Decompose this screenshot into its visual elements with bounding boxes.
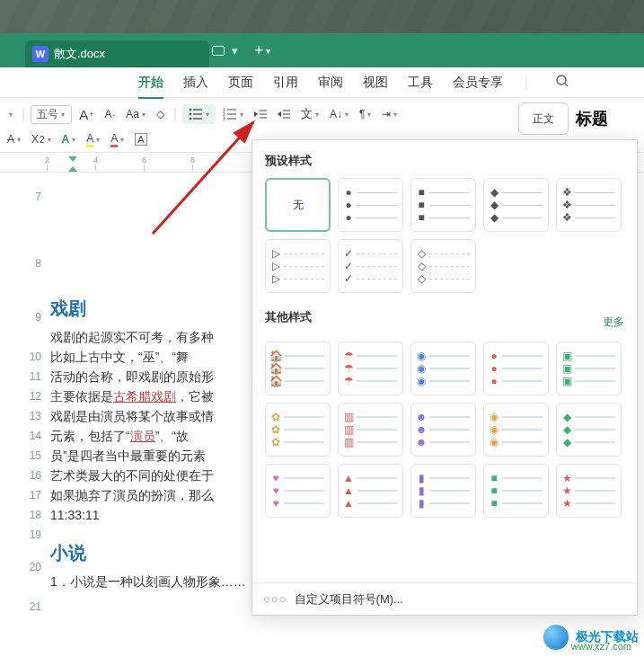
preset-section-title: 预设样式	[265, 153, 624, 169]
decrease-font-button[interactable]: A-	[101, 106, 119, 122]
word-icon: W	[32, 46, 49, 62]
menu-member[interactable]: 会员专享	[453, 75, 503, 91]
bullet-style-popup: 预设样式 无 ●●● ■■■ ◆◆◆ ❖❖❖ ▷▷▷ ✓✓✓ ◇◇◇ 其他样式 …	[251, 139, 638, 616]
text-direction-button[interactable]: 文▾	[297, 104, 322, 124]
colorful-bullet-7[interactable]: ☻☻☻	[410, 403, 476, 457]
colorful-bullet-11[interactable]: ▲▲▲	[338, 464, 403, 518]
svg-point-4	[190, 113, 192, 116]
text-effect-button[interactable]: A▾	[58, 131, 80, 147]
increase-indent-button[interactable]	[274, 107, 294, 121]
other-section-title: 其他样式	[265, 309, 312, 325]
menu-review[interactable]: 审阅	[318, 75, 343, 91]
globe-icon	[542, 623, 570, 652]
new-tab-dropdown-icon[interactable]: ▾	[266, 46, 270, 56]
colorful-bullet-14[interactable]: ★★★	[556, 464, 622, 518]
bullet-check[interactable]: ✓✓✓	[338, 239, 403, 293]
menu-page[interactable]: 页面	[228, 75, 253, 91]
colorful-bullet-0[interactable]: 🏠🏠🏠	[265, 342, 331, 395]
watermark: 极光下载站 www.xz7.com	[542, 623, 639, 652]
preset-grid: 无 ●●● ■■■ ◆◆◆ ❖❖❖ ▷▷▷ ✓✓✓ ◇◇◇	[265, 178, 624, 293]
menu-bar: 开始 插入 页面 引用 审阅 视图 工具 会员专享 |	[0, 67, 644, 98]
font-name-dropdown[interactable]: ▾	[4, 109, 16, 120]
indent-marker-top-icon[interactable]	[68, 156, 77, 162]
sort-button[interactable]: A↓▾	[326, 106, 352, 122]
colorful-bullet-1[interactable]: ☂☂☂	[338, 342, 403, 395]
bullet-circle[interactable]: ●●●	[338, 178, 403, 232]
colorful-grid: 🏠🏠🏠☂☂☂◉◉◉●●●▣▣▣✿✿✿▥▥▥☻☻☻◉◉◉◆◆◆♥♥♥▲▲▲▮▮▮■…	[265, 342, 624, 518]
colorful-bullet-9[interactable]: ◆◆◆	[556, 403, 622, 457]
new-tab-button[interactable]: +	[254, 41, 264, 60]
strike-button[interactable]: A▾	[4, 131, 24, 147]
svg-point-2	[190, 109, 192, 111]
decrease-indent-button[interactable]	[251, 107, 270, 121]
colorful-bullet-6[interactable]: ▥▥▥	[338, 403, 403, 457]
link-greek-drama[interactable]: 古希腊戏剧	[113, 389, 176, 404]
colorful-bullet-4[interactable]: ▣▣▣	[556, 342, 622, 395]
superscript-button[interactable]: X2▾	[28, 131, 55, 147]
projection-icon[interactable]	[212, 46, 225, 56]
style-normal[interactable]: 正文	[518, 102, 569, 135]
bullet-triangle[interactable]: ▷▷▷	[265, 239, 331, 293]
document-filename: 散文.docx	[54, 46, 105, 62]
menu-start[interactable]: 开始	[138, 75, 163, 91]
bullet-diamond[interactable]: ◆◆◆	[483, 178, 549, 232]
char-border-button[interactable]: A	[131, 131, 150, 147]
link-actor[interactable]: 演员	[130, 429, 155, 443]
svg-text:3: 3	[223, 116, 225, 120]
colorful-bullet-3[interactable]: ●●●	[483, 342, 549, 395]
font-color-button[interactable]: A▾	[107, 130, 128, 149]
svg-point-6	[190, 118, 192, 120]
custom-bullet-label: 自定义项目符号(M)...	[295, 591, 403, 608]
menu-view[interactable]: 视图	[363, 75, 388, 91]
colorful-bullet-8[interactable]: ◉◉◉	[483, 403, 549, 457]
colorful-bullet-13[interactable]: ■■■	[483, 464, 549, 518]
tabs-button[interactable]: ⇥▾	[378, 106, 401, 122]
line-number-gutter: 7 8 9 10 11 12 13 14 15 16 17 18 19 20 2…	[0, 173, 50, 617]
bullet-list-button[interactable]: ▾	[182, 104, 216, 124]
font-size-dropdown[interactable]: 五号▾	[31, 105, 72, 124]
window-titlebar	[0, 0, 644, 33]
bullet-diamond-outline[interactable]: ◇◇◇	[410, 239, 476, 293]
dots-icon: ○○○	[263, 592, 287, 606]
bullet-diamond4[interactable]: ❖❖❖	[556, 178, 622, 232]
document-tabbar: W 散文.docx ▾ + ▾	[0, 33, 644, 67]
colorful-bullet-5[interactable]: ✿✿✿	[265, 403, 331, 457]
colorful-bullet-10[interactable]: ♥♥♥	[265, 464, 331, 518]
watermark-url: www.xz7.com	[571, 641, 631, 652]
custom-bullet-button[interactable]: ○○○ 自定义项目符号(M)...	[252, 582, 637, 615]
clear-format-button[interactable]: ◇	[153, 106, 168, 122]
numbered-list-button[interactable]: 123▾	[219, 106, 247, 122]
show-marks-button[interactable]: ¶▾	[356, 106, 375, 122]
menu-insert[interactable]: 插入	[183, 75, 208, 91]
svg-line-1	[565, 84, 568, 86]
svg-point-0	[557, 75, 566, 84]
styles-gallery: 正文 标题	[518, 101, 644, 137]
colorful-bullet-2[interactable]: ◉◉◉	[410, 342, 476, 395]
change-case-button[interactable]: Aa▾	[122, 106, 149, 122]
bullet-none[interactable]: 无	[265, 178, 331, 232]
increase-font-button[interactable]: A+	[75, 105, 97, 124]
more-styles-link[interactable]: 更多	[603, 315, 624, 330]
tab-dropdown-icon[interactable]: ▾	[232, 44, 238, 58]
menu-tools[interactable]: 工具	[408, 75, 433, 91]
document-tab[interactable]: W 散文.docx	[25, 40, 209, 67]
colorful-bullet-12[interactable]: ▮▮▮	[410, 464, 476, 518]
menu-reference[interactable]: 引用	[273, 75, 298, 91]
bullet-square[interactable]: ■■■	[410, 178, 476, 232]
search-icon[interactable]	[555, 74, 569, 91]
highlight-button[interactable]: A▾	[83, 130, 103, 149]
style-heading[interactable]: 标题	[576, 108, 608, 129]
